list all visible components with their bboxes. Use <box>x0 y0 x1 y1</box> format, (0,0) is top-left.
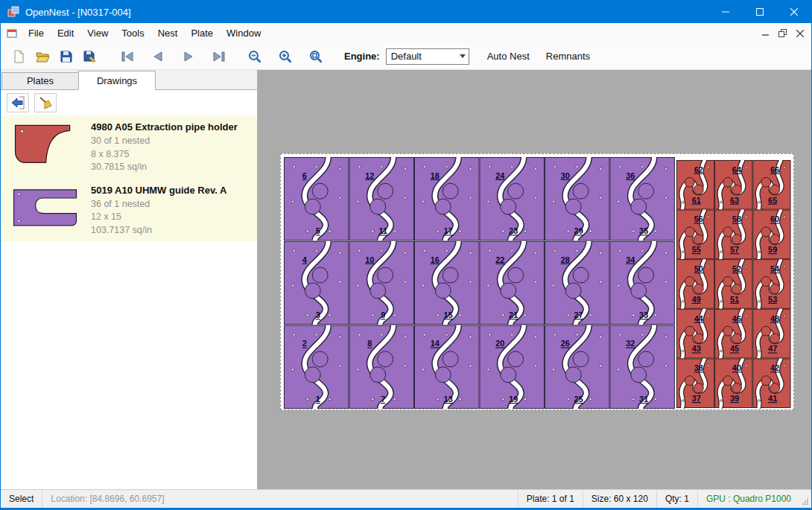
menu-view[interactable]: View <box>80 25 115 42</box>
save-as-button[interactable] <box>78 46 102 67</box>
panel-tabstrip: Plates Drawings <box>1 70 257 90</box>
engine-select[interactable]: Default <box>386 48 469 65</box>
drawing-meta: 4980 A05 Extraction pipe holder 30 of 1 … <box>91 121 238 174</box>
menu-tools[interactable]: Tools <box>115 25 150 42</box>
window-title: OpenNest - [N0317-004] <box>25 7 131 18</box>
part-number: 66 <box>770 165 779 174</box>
part-number: 29 <box>574 226 583 235</box>
engine-label: Engine: <box>344 51 380 62</box>
zoom-fit-button[interactable] <box>304 46 328 67</box>
menu-window[interactable]: Window <box>220 25 267 42</box>
part-number: 27 <box>574 310 583 319</box>
part-number: 55 <box>692 245 701 254</box>
part-number: 53 <box>768 295 777 304</box>
open-folder-icon <box>35 49 50 64</box>
broom-icon <box>38 96 53 109</box>
menu-file[interactable]: File <box>22 25 51 42</box>
part-number: 34 <box>626 255 635 264</box>
last-plate-button[interactable] <box>207 46 231 67</box>
main-content: Plates Drawings <box>1 70 811 489</box>
part-number: 14 <box>431 339 440 348</box>
save-button[interactable] <box>54 46 78 67</box>
statusbar: Select Location: [84.8696, 60.6957] Plat… <box>1 489 811 508</box>
menu-edit[interactable]: Edit <box>51 25 80 42</box>
close-button[interactable] <box>777 1 811 23</box>
plate-navigation-group <box>115 46 231 67</box>
tab-plates[interactable]: Plates <box>1 72 79 89</box>
part-number: 52 <box>732 264 741 273</box>
drawing-item-uhmw-guide[interactable]: 5019 A10 UHMW guide Rev. A 36 of 1 neste… <box>1 179 257 242</box>
part-number: 60 <box>770 214 779 223</box>
import-drawing-button[interactable] <box>7 93 29 112</box>
part-number: 45 <box>730 344 739 353</box>
drawing-meta: 5019 A10 UHMW guide Rev. A 36 of 1 neste… <box>91 185 226 238</box>
menu-nest[interactable]: Nest <box>151 25 185 42</box>
next-arrow-icon <box>181 49 196 64</box>
app-icon <box>7 6 19 18</box>
zoom-fit-icon <box>308 49 323 64</box>
part-number: 18 <box>431 171 440 180</box>
part-number: 10 <box>365 255 374 264</box>
part-number: 15 <box>444 310 453 319</box>
drawing-item-extraction-pipe-holder[interactable]: 4980 A05 Extraction pipe holder 30 of 1 … <box>1 115 257 179</box>
part-number: 20 <box>495 339 504 348</box>
zoom-out-button[interactable] <box>243 46 267 67</box>
part-number: 33 <box>639 310 648 319</box>
part-number: 37 <box>692 394 701 403</box>
drawing-nested-count: 30 of 1 nested <box>91 135 238 148</box>
part-number: 17 <box>444 226 453 235</box>
first-plate-button[interactable] <box>115 46 139 67</box>
status-mode: Select <box>1 490 42 508</box>
zoom-out-icon <box>247 49 262 64</box>
drawing-area: 103.7137 sq/in <box>91 224 226 238</box>
part-number: 16 <box>431 255 440 264</box>
part-number: 9 <box>381 310 385 319</box>
status-location: Location: [84.8696, 60.6957] <box>42 490 172 508</box>
drawings-toolbar <box>1 90 257 115</box>
minimize-button[interactable] <box>708 1 743 23</box>
part-number: 39 <box>730 394 739 403</box>
part-number: 6 <box>302 171 307 180</box>
menu-plate[interactable]: Plate <box>184 25 220 42</box>
plate[interactable]: 6512111817242330293635431091615222128273… <box>280 153 794 410</box>
left-panel: Plates Drawings <box>1 70 258 489</box>
mdi-restore-icon[interactable] <box>778 29 787 37</box>
status-qty: Qty: 1 <box>656 490 697 508</box>
part-number: 11 <box>378 226 387 235</box>
part-number: 24 <box>495 171 505 180</box>
import-arrow-icon <box>10 96 25 109</box>
part-number: 5 <box>316 226 320 235</box>
maximize-button[interactable] <box>743 1 777 23</box>
part-number: 47 <box>768 344 777 353</box>
part-number: 44 <box>694 314 704 323</box>
new-button[interactable] <box>7 46 31 67</box>
open-button[interactable] <box>31 46 54 67</box>
drawing-area: 30.7815 sq/in <box>91 161 238 174</box>
part-number: 63 <box>730 196 739 205</box>
part-number: 64 <box>732 165 742 174</box>
tab-drawings[interactable]: Drawings <box>78 71 156 90</box>
resize-grip[interactable] <box>799 490 811 508</box>
part-thumbnail-red <box>10 121 80 174</box>
mdi-minimize-icon[interactable] <box>762 30 769 36</box>
zoom-group <box>243 46 328 67</box>
remnants-button[interactable]: Remnants <box>542 48 594 65</box>
previous-plate-button[interactable] <box>146 46 170 67</box>
close-icon <box>790 8 798 16</box>
part-number: 38 <box>694 363 703 372</box>
auto-nest-button[interactable]: Auto Nest <box>483 48 534 65</box>
document-icon <box>6 28 18 39</box>
part-number: 4 <box>302 255 308 264</box>
last-arrow-icon <box>212 49 226 64</box>
minimize-icon <box>722 8 729 16</box>
nest-canvas[interactable]: 6512111817242330293635431091615222128273… <box>258 70 811 489</box>
drawing-title: 5019 A10 UHMW guide Rev. A <box>91 185 226 196</box>
part-number: 51 <box>730 295 739 304</box>
zoom-in-button[interactable] <box>273 46 297 67</box>
part-number: 19 <box>509 395 518 404</box>
mdi-close-icon[interactable] <box>796 30 804 37</box>
clear-drawings-button[interactable] <box>34 93 57 112</box>
main-toolbar: Engine: Default Auto Nest Remnants <box>1 43 811 70</box>
next-plate-button[interactable] <box>177 46 200 67</box>
titlebar: OpenNest - [N0317-004] <box>1 1 811 23</box>
